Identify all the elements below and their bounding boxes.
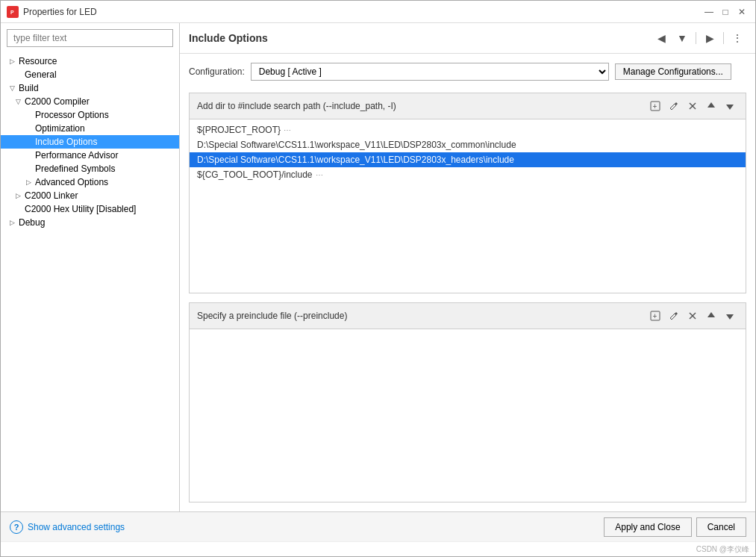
expand-icon-optimization — [23, 123, 34, 134]
list-item-text: D:\Special Software\CCS11.1\workspace_V1… — [197, 140, 516, 150]
svg-marker-6 — [707, 102, 715, 108]
apply-close-button[interactable]: Apply and Close — [604, 517, 691, 537]
menu-button[interactable]: ⋮ — [728, 29, 746, 47]
configuration-label: Configuration: — [189, 66, 245, 77]
toolbar-separator2 — [723, 32, 724, 44]
sidebar-item-label: C2000 Compiler — [25, 96, 90, 107]
list-item[interactable]: ${PROJECT_ROOT} ⋯ — [190, 122, 746, 137]
filter-input[interactable] — [7, 29, 173, 47]
sidebar-item-c2000-compiler[interactable]: ▽ C2000 Compiler — [1, 95, 179, 108]
sidebar-item-include-options[interactable]: Include Options — [1, 135, 179, 149]
include-path-section: Add dir to #include search path (--inclu… — [189, 93, 746, 293]
window-controls: — □ ✕ — [702, 4, 749, 19]
watermark-text: CSDN @李仪峰 — [696, 544, 749, 555]
preinclude-edit-icon[interactable] — [666, 308, 682, 324]
expand-icon-debug: ▷ — [7, 217, 17, 228]
preinclude-delete-icon[interactable] — [684, 308, 701, 324]
sidebar-item-general[interactable]: General — [1, 68, 179, 81]
preinclude-add-icon[interactable]: + — [647, 308, 663, 324]
sidebar-item-hex-utility[interactable]: C2000 Hex Utility [Disabled] — [1, 202, 179, 216]
sidebar-item-label: General — [25, 69, 57, 80]
delete-icon[interactable] — [684, 98, 701, 114]
expand-icon-resource: ▷ — [7, 56, 17, 66]
svg-text:P: P — [10, 10, 14, 15]
panel-title: Include Options — [189, 32, 268, 44]
cancel-button[interactable]: Cancel — [696, 517, 746, 537]
move-up-icon[interactable] — [703, 98, 719, 114]
svg-text:+: + — [653, 311, 657, 320]
expand-icon-perf — [23, 150, 34, 161]
sidebar-item-debug[interactable]: ▷ Debug — [1, 216, 179, 229]
include-section-title: Add dir to #include search path (--inclu… — [197, 101, 396, 111]
sidebar-item-processor-options[interactable]: Processor Options — [1, 108, 179, 122]
sidebar-item-label: Debug — [19, 217, 45, 228]
close-button[interactable]: ✕ — [734, 4, 749, 19]
main-content: ▷ Resource General ▽ Build ▽ C2000 Compi… — [1, 23, 755, 511]
manage-configurations-button[interactable]: Manage Configurations... — [615, 63, 731, 80]
sidebar-item-label: Optimization — [35, 123, 85, 134]
back-dropdown-button[interactable]: ▼ — [673, 29, 691, 47]
sidebar-item-c2000-linker[interactable]: ▷ C2000 Linker — [1, 189, 179, 202]
sidebar-item-advanced-options[interactable]: ▷ Advanced Options — [1, 175, 179, 189]
right-panel: Include Options ◀ ▼ ▶ ⋮ Configuration: D… — [180, 23, 755, 511]
toolbar-separator — [696, 32, 696, 44]
include-path-list: ${PROJECT_ROOT} ⋯ D:\Special Software\CC… — [190, 119, 746, 217]
sidebar-item-predefined-symbols[interactable]: Predefined Symbols — [1, 162, 179, 175]
add-icon[interactable]: + — [647, 98, 663, 114]
bottom-right: Apply and Close Cancel — [604, 517, 746, 537]
svg-marker-13 — [726, 314, 734, 320]
preinclude-down-icon[interactable] — [722, 308, 738, 324]
list-item[interactable]: D:\Special Software\CCS11.1\workspace_V1… — [190, 137, 746, 152]
left-panel: ▷ Resource General ▽ Build ▽ C2000 Compi… — [1, 23, 180, 511]
expand-icon-hex — [13, 204, 23, 214]
configuration-select[interactable]: Debug [ Active ] — [251, 63, 609, 81]
preinclude-section: Specify a preinclude file (--preinclude)… — [189, 302, 746, 503]
list-item-selected[interactable]: D:\Special Software\CCS11.1\workspace_V1… — [190, 152, 746, 167]
move-down-icon[interactable] — [722, 98, 738, 114]
expand-icon-include — [23, 137, 34, 147]
title-bar: P Properties for LED — □ ✕ — [1, 1, 755, 23]
edit-icon[interactable] — [666, 98, 682, 114]
maximize-button[interactable]: □ — [718, 4, 733, 19]
expand-icon-build: ▽ — [7, 83, 17, 93]
right-header: Include Options ◀ ▼ ▶ ⋮ — [180, 23, 755, 54]
list-item[interactable]: ${CG_TOOL_ROOT}/include ⋯ — [190, 167, 746, 182]
expand-icon-general — [13, 69, 23, 80]
help-icon[interactable]: ? — [10, 520, 23, 534]
list-item-text: D:\Special Software\CCS11.1\workspace_V1… — [197, 155, 514, 165]
back-button[interactable]: ◀ — [652, 29, 670, 47]
expand-icon-c2000-compiler: ▽ — [13, 96, 23, 107]
minimize-button[interactable]: — — [702, 4, 716, 19]
window-title: Properties for LED — [23, 7, 702, 17]
bottom-bar: ? Show advanced settings Apply and Close… — [1, 511, 755, 541]
svg-text:+: + — [653, 102, 657, 111]
bottom-left: ? Show advanced settings — [10, 520, 125, 534]
sidebar-item-label: Include Options — [35, 137, 97, 147]
sidebar-item-performance-advisor[interactable]: Performance Advisor — [1, 149, 179, 162]
header-toolbar: ◀ ▼ ▶ ⋮ — [652, 29, 746, 47]
expand-icon-linker: ▷ — [13, 190, 23, 201]
include-section-icons: + — [647, 98, 738, 114]
sidebar-item-label: Performance Advisor — [35, 150, 118, 161]
preinclude-section-icons: + — [647, 308, 738, 324]
sidebar-item-build[interactable]: ▽ Build — [1, 81, 179, 95]
forward-button[interactable]: ▶ — [701, 29, 719, 47]
sidebar-item-label: C2000 Hex Utility [Disabled] — [25, 204, 136, 214]
list-item-indicator: ⋯ — [284, 126, 291, 134]
preinclude-section-header: Specify a preinclude file (--preinclude)… — [190, 303, 746, 329]
show-advanced-settings-link[interactable]: Show advanced settings — [28, 522, 125, 532]
sidebar-item-resource[interactable]: ▷ Resource — [1, 55, 179, 68]
list-item-indicator: ⋯ — [316, 171, 323, 179]
sidebar-item-label: Build — [19, 83, 39, 93]
sidebar-item-label: Processor Options — [35, 110, 109, 120]
svg-marker-12 — [707, 312, 715, 317]
sidebar-item-label: Advanced Options — [35, 177, 108, 187]
expand-icon-advanced: ▷ — [23, 177, 34, 187]
preinclude-up-icon[interactable] — [703, 308, 719, 324]
tree: ▷ Resource General ▽ Build ▽ C2000 Compi… — [1, 53, 179, 511]
right-body: Configuration: Debug [ Active ] Manage C… — [180, 54, 755, 511]
preinclude-list — [190, 329, 746, 389]
list-item-text: ${PROJECT_ROOT} — [197, 125, 281, 135]
configuration-row: Configuration: Debug [ Active ] Manage C… — [189, 63, 746, 81]
sidebar-item-optimization[interactable]: Optimization — [1, 122, 179, 135]
